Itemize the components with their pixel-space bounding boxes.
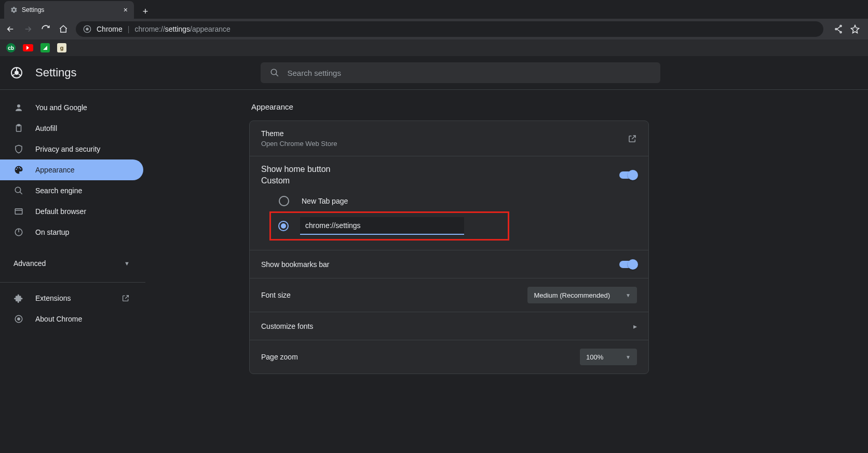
sidebar-item-autofill[interactable]: Autofill bbox=[0, 118, 145, 139]
sidebar-item-appearance[interactable]: Appearance bbox=[0, 159, 143, 180]
settings-page: Settings You and Google Autofill Privacy… bbox=[0, 56, 868, 453]
page-zoom-row: Page zoom 100% ▼ bbox=[250, 340, 648, 374]
radio-label: New Tab page bbox=[302, 197, 348, 205]
open-external-icon bbox=[628, 134, 637, 143]
sidebar-item-you-and-google[interactable]: You and Google bbox=[0, 97, 145, 118]
sidebar-item-default-browser[interactable]: Default browser bbox=[0, 201, 145, 222]
sidebar-item-label: Appearance bbox=[35, 166, 75, 174]
radio-icon[interactable] bbox=[278, 221, 289, 231]
custom-url-input[interactable] bbox=[300, 217, 464, 235]
page-title: Settings bbox=[35, 66, 77, 79]
row-title: Show home button bbox=[261, 165, 330, 174]
bookmarks-bar: cb g bbox=[0, 39, 868, 56]
sidebar-item-label: Search engine bbox=[35, 186, 82, 195]
browser-tab[interactable]: Settings × bbox=[4, 1, 134, 19]
search-settings[interactable] bbox=[261, 62, 660, 83]
clipboard-icon bbox=[13, 124, 24, 133]
sidebar-item-label: Extensions bbox=[35, 294, 71, 302]
sidebar-item-label: About Chrome bbox=[35, 315, 82, 323]
appearance-card: Theme Open Chrome Web Store Show home bu… bbox=[249, 121, 649, 374]
svg-point-4 bbox=[271, 69, 277, 75]
select-value: 100% bbox=[586, 353, 603, 361]
new-tab-button[interactable]: + bbox=[138, 4, 153, 19]
theme-row[interactable]: Theme Open Chrome Web Store bbox=[250, 121, 648, 156]
sidebar-item-label: Autofill bbox=[35, 124, 57, 132]
highlighted-custom-url bbox=[269, 211, 509, 241]
separator: | bbox=[128, 25, 130, 33]
sidebar-item-extensions[interactable]: Extensions bbox=[0, 288, 145, 309]
chevron-down-icon: ▼ bbox=[626, 354, 631, 360]
person-icon bbox=[13, 103, 24, 112]
back-button[interactable] bbox=[5, 24, 16, 34]
chrome-logo-icon bbox=[10, 66, 23, 79]
browser-icon bbox=[13, 207, 24, 216]
share-icon[interactable] bbox=[834, 24, 843, 34]
bookmark-item[interactable]: g bbox=[57, 43, 66, 52]
section-title: Appearance bbox=[251, 102, 868, 111]
svg-point-8 bbox=[15, 187, 21, 193]
chrome-icon bbox=[13, 314, 24, 324]
search-icon bbox=[13, 186, 24, 195]
sidebar: You and Google Autofill Privacy and secu… bbox=[0, 90, 145, 453]
sidebar-item-privacy[interactable]: Privacy and security bbox=[0, 139, 145, 159]
home-button[interactable] bbox=[58, 24, 69, 34]
sidebar-item-label: Advanced bbox=[13, 259, 46, 268]
page-zoom-select[interactable]: 100% ▼ bbox=[580, 349, 637, 365]
toggle-home-button[interactable] bbox=[619, 171, 637, 179]
svg-point-5 bbox=[17, 104, 20, 108]
row-title: Show bookmarks bar bbox=[261, 260, 330, 269]
row-title: Page zoom bbox=[261, 353, 298, 361]
chevron-down-icon: ▼ bbox=[626, 292, 631, 298]
address-bar[interactable]: Chrome | chrome://settings/appearance bbox=[76, 21, 823, 37]
chevron-right-icon: ▸ bbox=[633, 322, 637, 330]
sidebar-item-advanced[interactable]: Advanced ▼ bbox=[0, 253, 145, 274]
sidebar-item-label: On startup bbox=[35, 228, 69, 236]
tab-title: Settings bbox=[22, 6, 119, 14]
font-size-row: Font size Medium (Recommended) ▼ bbox=[250, 278, 648, 312]
svg-point-3 bbox=[15, 71, 19, 75]
svg-point-12 bbox=[18, 318, 20, 321]
chrome-icon bbox=[83, 25, 91, 33]
bookmark-item[interactable] bbox=[23, 44, 33, 51]
radio-icon[interactable] bbox=[279, 196, 289, 206]
font-size-select[interactable]: Medium (Recommended) ▼ bbox=[527, 287, 637, 303]
row-subtitle: Custom bbox=[261, 176, 330, 185]
sidebar-item-about[interactable]: About Chrome bbox=[0, 309, 145, 329]
sidebar-item-label: Default browser bbox=[35, 207, 86, 216]
browser-toolbar: Chrome | chrome://settings/appearance bbox=[0, 19, 868, 39]
forward-button[interactable] bbox=[23, 24, 33, 34]
select-value: Medium (Recommended) bbox=[534, 291, 610, 299]
gear-icon bbox=[10, 6, 18, 14]
search-input[interactable] bbox=[288, 69, 651, 77]
svg-rect-9 bbox=[15, 209, 22, 215]
url-display: chrome://settings/appearance bbox=[134, 25, 230, 33]
sidebar-item-search-engine[interactable]: Search engine bbox=[0, 180, 145, 201]
power-icon bbox=[13, 228, 24, 237]
main-content: Appearance Theme Open Chrome Web Store S… bbox=[145, 90, 868, 453]
bookmarks-bar-row: Show bookmarks bar bbox=[250, 250, 648, 278]
svg-rect-7 bbox=[18, 125, 20, 126]
row-title: Font size bbox=[261, 291, 291, 299]
svg-point-1 bbox=[86, 28, 88, 30]
origin-label: Chrome bbox=[97, 25, 123, 33]
row-title: Customize fonts bbox=[261, 322, 313, 330]
sidebar-item-on-startup[interactable]: On startup bbox=[0, 222, 145, 243]
puzzle-icon bbox=[13, 294, 24, 303]
reload-button[interactable] bbox=[40, 24, 51, 34]
search-icon bbox=[270, 68, 279, 77]
tab-strip: Settings × + bbox=[0, 0, 868, 19]
row-title: Theme bbox=[261, 129, 337, 138]
palette-icon bbox=[13, 165, 24, 175]
bookmark-star-icon[interactable] bbox=[850, 24, 860, 34]
home-button-block: Show home button Custom New Tab page bbox=[250, 156, 648, 250]
page-header: Settings bbox=[0, 56, 868, 89]
sidebar-item-label: You and Google bbox=[35, 103, 87, 112]
sidebar-item-label: Privacy and security bbox=[35, 145, 100, 153]
close-icon[interactable]: × bbox=[124, 6, 128, 14]
toggle-bookmarks-bar[interactable] bbox=[619, 261, 637, 268]
bookmark-item[interactable] bbox=[40, 43, 50, 52]
customize-fonts-row[interactable]: Customize fonts ▸ bbox=[250, 312, 648, 340]
bookmark-item[interactable]: cb bbox=[6, 43, 16, 52]
shield-icon bbox=[13, 144, 24, 154]
radio-new-tab[interactable]: New Tab page bbox=[261, 191, 637, 211]
